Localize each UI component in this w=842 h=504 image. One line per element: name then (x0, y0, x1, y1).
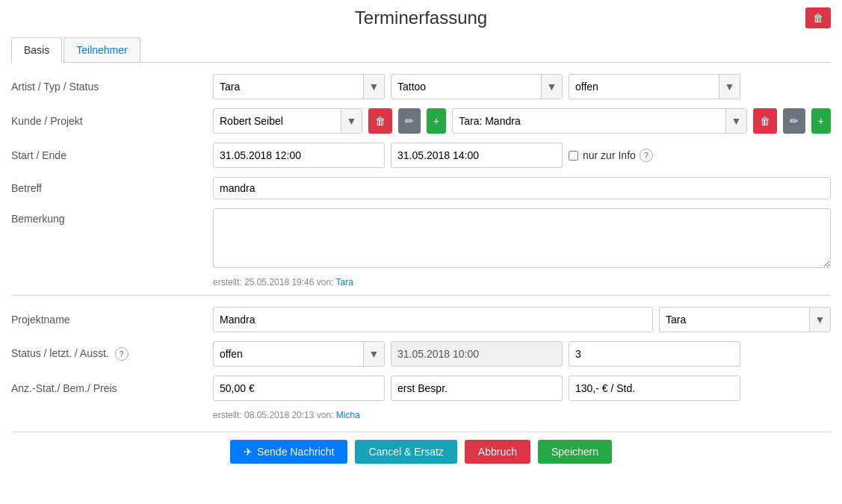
status-select[interactable]: offen (569, 75, 740, 99)
projektname-artist-select[interactable]: Tara (660, 308, 830, 332)
bemerkung-label: Bemerkung (11, 208, 213, 225)
artist-typ-status-controls: Tara ▼ Tattoo ▼ offen ▼ (213, 74, 831, 99)
speichern-label: Speichern (551, 446, 598, 458)
created-text-2: erstellt: 08.05.2018 20:13 von: (213, 410, 333, 420)
letzt-date-input[interactable] (391, 341, 563, 367)
bottom-buttons: Sende Nachricht Cancel & Ersatz Abbruch … (11, 432, 831, 464)
abbruch-button[interactable]: Abbruch (465, 440, 530, 464)
kunde-select[interactable]: Robert Seibel (214, 109, 362, 133)
start-ende-row: Start / Ende nur zur Info ? (11, 143, 831, 168)
abbruch-label: Abbruch (478, 446, 517, 458)
start-ende-label: Start / Ende (11, 149, 213, 161)
projektname-artist-select-wrapper[interactable]: Tara ▼ (659, 307, 831, 332)
bemerkung-textarea[interactable] (213, 208, 831, 268)
created-info-1: erstellt: 25.05.2018 19:46 von: Tara (11, 277, 831, 287)
start-input[interactable] (213, 143, 385, 168)
artist-typ-status-label: Artist / Typ / Status (11, 81, 213, 93)
kunde-delete-button[interactable]: 🗑 (368, 108, 392, 134)
projektname-row: Projektname Tara ▼ (11, 307, 831, 332)
anz-stat-label: Anz.-Stat./ Bem./ Preis (11, 382, 213, 394)
send-icon (244, 446, 253, 458)
artist-select[interactable]: Tara (214, 75, 384, 99)
created-author-1: Tara (336, 277, 353, 287)
kunde-projekt-row: Kunde / Projekt Robert Seibel ▼ 🗑 ✏ + Ta… (11, 108, 831, 134)
typ-select[interactable]: Tattoo (391, 75, 562, 99)
created-text-1: erstellt: 25.05.2018 19:46 von: (213, 277, 333, 287)
bemerkung-row: Bemerkung (11, 208, 831, 268)
anz-stat-row: Anz.-Stat./ Bem./ Preis (11, 376, 831, 401)
artist-typ-status-row: Artist / Typ / Status Tara ▼ Tattoo ▼ of… (11, 74, 831, 99)
betreff-input[interactable] (213, 177, 831, 199)
projektname-input[interactable] (213, 307, 653, 332)
artist-select-wrapper[interactable]: Tara ▼ (213, 74, 385, 99)
bem-input[interactable] (391, 376, 563, 401)
cancel-ersatz-button[interactable]: Cancel & Ersatz (355, 440, 456, 464)
betreff-row: Betreff (11, 177, 831, 199)
status-letzt-select-wrapper[interactable]: offen ▼ (213, 341, 385, 367)
status-letzt-select[interactable]: offen (214, 342, 384, 366)
speichern-button[interactable]: Speichern (538, 440, 612, 464)
preis-input[interactable] (569, 376, 740, 401)
projektname-label: Projektname (11, 314, 213, 326)
projekt-delete-button[interactable]: 🗑 (753, 108, 777, 134)
top-delete-button[interactable]: 🗑 (805, 7, 831, 28)
kunde-projekt-controls: Robert Seibel ▼ 🗑 ✏ + Tara: Mandra ▼ 🗑 ✏… (213, 108, 831, 134)
page-wrapper: 🗑 Terminerfassung Basis Teilnehmer Artis… (0, 0, 842, 479)
status-letzt-row: Status / letzt. / Ausst. ? offen ▼ (11, 341, 831, 367)
created-info-2: erstellt: 08.05.2018 20:13 von: Micha (11, 410, 831, 420)
nur-zur-info-label[interactable]: nur zur Info (569, 149, 636, 161)
ende-input[interactable] (391, 143, 563, 168)
status-letzt-label: Status / letzt. / Ausst. ? (11, 347, 213, 361)
projekt-select-wrapper[interactable]: Tara: Mandra ▼ (452, 108, 747, 134)
projektname-controls: Tara ▼ (213, 307, 831, 332)
typ-select-wrapper[interactable]: Tattoo ▼ (391, 74, 563, 99)
page-title: Terminerfassung (11, 7, 831, 28)
projekt-select[interactable]: Tara: Mandra (453, 109, 746, 133)
status-letzt-help-icon[interactable]: ? (115, 347, 129, 361)
kunde-select-wrapper[interactable]: Robert Seibel ▼ (213, 108, 362, 134)
projekt-edit-button[interactable]: ✏ (783, 108, 805, 134)
nur-zur-info-text: nur zur Info (583, 149, 636, 161)
kunde-edit-button[interactable]: ✏ (398, 108, 421, 134)
nur-zur-info-help-icon[interactable]: ? (640, 149, 653, 162)
sende-nachricht-label: Sende Nachricht (257, 446, 335, 458)
kunde-projekt-label: Kunde / Projekt (11, 115, 213, 127)
start-ende-controls: nur zur Info ? (213, 143, 831, 168)
projekt-add-button[interactable]: + (811, 108, 831, 134)
tab-basis[interactable]: Basis (11, 37, 62, 63)
tab-teilnehmer[interactable]: Teilnehmer (64, 37, 140, 62)
nur-zur-info-checkbox[interactable] (569, 151, 578, 161)
tabs-bar: Basis Teilnehmer (11, 37, 831, 63)
status-select-wrapper[interactable]: offen ▼ (569, 74, 740, 99)
section-divider (11, 295, 831, 296)
kunde-add-button[interactable]: + (427, 108, 446, 134)
betreff-controls (213, 177, 831, 199)
created-author-2: Micha (336, 410, 360, 420)
anz-input[interactable] (213, 376, 385, 401)
nur-zur-info-wrapper: nur zur Info ? (569, 149, 653, 162)
cancel-ersatz-label: Cancel & Ersatz (368, 446, 443, 458)
betreff-label: Betreff (11, 182, 213, 194)
sende-nachricht-button[interactable]: Sende Nachricht (230, 440, 348, 464)
anz-stat-controls (213, 376, 831, 401)
ausst-input[interactable] (569, 341, 740, 367)
bemerkung-controls (213, 208, 831, 268)
status-letzt-controls: offen ▼ (213, 341, 831, 367)
